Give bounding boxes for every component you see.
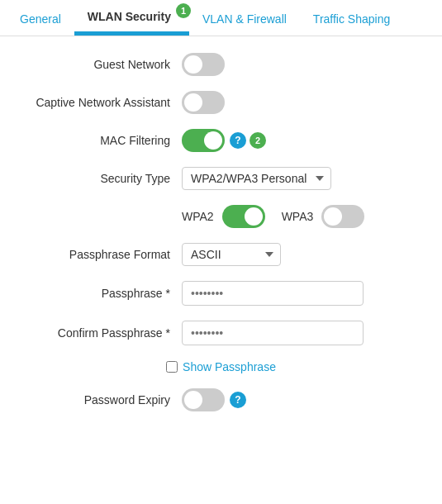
form-section: Guest Network Captive Network Assistant … (0, 36, 442, 435)
password-expiry-toggle[interactable] (182, 388, 225, 411)
show-passphrase-label[interactable]: Show Passphrase (183, 360, 276, 373)
wpa3-slider (321, 205, 364, 228)
tab-wlan-security-label: WLAN Security (88, 10, 171, 23)
confirm-passphrase-label: Confirm Passphrase * (8, 326, 182, 340)
mac-filtering-row: MAC Filtering ? 2 (8, 129, 434, 152)
passphrase-format-row: Passphrase Format ASCII HEX (8, 243, 434, 266)
tab-vlan-firewall[interactable]: VLAN & Firewall (189, 2, 300, 36)
mac-filtering-slider (182, 129, 225, 152)
confirm-passphrase-row: Confirm Passphrase * (8, 321, 434, 345)
passphrase-row: Passphrase * (8, 281, 434, 306)
security-type-select[interactable]: WPA2/WPA3 Personal WPA2 Personal WPA3 Pe… (182, 167, 331, 190)
mac-filtering-help-icon[interactable]: ? (230, 132, 246, 149)
passphrase-label: Passphrase * (8, 287, 182, 300)
password-expiry-label: Password Expiry (8, 393, 182, 407)
tab-wlan-security[interactable]: WLAN Security 1 (74, 0, 189, 36)
password-expiry-help-icon[interactable]: ? (230, 392, 246, 408)
show-passphrase-row: Show Passphrase (8, 360, 434, 373)
mac-filtering-toggle[interactable] (182, 129, 225, 152)
wpa2-toggle[interactable] (222, 205, 265, 228)
wpa3-label: WPA3 (282, 210, 314, 223)
password-expiry-row: Password Expiry ? (8, 388, 434, 411)
captive-network-row: Captive Network Assistant (8, 91, 434, 114)
passphrase-input[interactable] (182, 281, 364, 306)
tab-traffic-shaping[interactable]: Traffic Shaping (300, 2, 403, 36)
password-expiry-slider (182, 388, 225, 411)
mac-filtering-label: MAC Filtering (8, 134, 182, 147)
passphrase-format-label: Passphrase Format (8, 248, 182, 261)
show-passphrase-checkbox[interactable] (166, 361, 178, 373)
captive-network-slider (182, 91, 225, 114)
tab-bar: General WLAN Security 1 VLAN & Firewall … (0, 0, 442, 36)
mac-filtering-badge[interactable]: 2 (250, 132, 266, 149)
captive-network-toggle[interactable] (182, 91, 225, 114)
tab-general[interactable]: General (7, 2, 74, 36)
wpa2-label: WPA2 (182, 210, 214, 223)
guest-network-row: Guest Network (8, 53, 434, 76)
passphrase-format-select[interactable]: ASCII HEX (182, 243, 281, 266)
wpa-row: WPA2 WPA3 (8, 205, 434, 228)
wpa-toggles: WPA2 WPA3 (182, 205, 364, 228)
captive-network-label: Captive Network Assistant (8, 96, 182, 109)
wpa2-slider (222, 205, 265, 228)
guest-network-toggle[interactable] (182, 53, 225, 76)
confirm-passphrase-input[interactable] (182, 321, 364, 345)
security-type-label: Security Type (8, 172, 182, 185)
guest-network-slider (182, 53, 225, 76)
wpa3-toggle[interactable] (321, 205, 364, 228)
guest-network-label: Guest Network (8, 58, 182, 71)
security-type-row: Security Type WPA2/WPA3 Personal WPA2 Pe… (8, 167, 434, 190)
